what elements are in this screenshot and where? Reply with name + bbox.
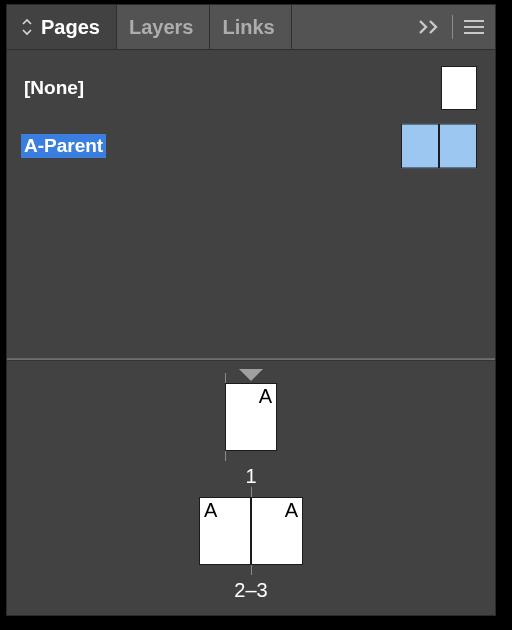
tab-layers-label: Layers [129, 16, 194, 39]
page-thumbnail [441, 66, 477, 110]
tab-pages[interactable]: Pages [7, 5, 117, 49]
master-a-parent-thumbs[interactable] [401, 124, 477, 169]
page-3-thumbnail[interactable]: A [251, 497, 303, 565]
page-1[interactable]: A 1 [225, 383, 277, 488]
tab-links-label: Links [222, 16, 274, 39]
spread-2-3-number: 2–3 [234, 579, 267, 602]
master-prefix: A [259, 386, 272, 406]
tab-layers[interactable]: Layers [117, 5, 211, 49]
master-none-thumb[interactable] [441, 66, 477, 110]
overflow-icon[interactable] [418, 18, 442, 36]
master-prefix: A [204, 500, 217, 520]
tab-pages-label: Pages [41, 16, 100, 39]
spread-2-3-thumb-wrap: A A [199, 497, 303, 565]
pages-panel: Pages Layers Links [6, 4, 496, 616]
active-spread-marker-icon [239, 369, 263, 381]
master-pages-section[interactable]: [None] A-Parent [7, 49, 495, 359]
master-a-parent-label: A-Parent [21, 134, 106, 158]
tabbar-right-controls [418, 5, 495, 49]
page-1-thumbnail[interactable]: A [225, 383, 277, 451]
tab-links[interactable]: Links [210, 5, 291, 49]
panel-menu-icon[interactable] [463, 19, 485, 35]
separator [452, 15, 453, 39]
master-prefix: A [285, 500, 298, 520]
collapse-toggle-icon[interactable] [19, 17, 35, 37]
master-row-a-parent[interactable]: A-Parent [7, 122, 495, 170]
master-row-none[interactable]: [None] [7, 64, 495, 112]
panel-tabbar: Pages Layers Links [7, 5, 495, 49]
page-thumbnail-right [439, 124, 477, 169]
spread-2-3[interactable]: A A 2–3 [199, 497, 303, 602]
page-1-thumb-wrap: A [225, 383, 277, 451]
page-thumbnail-left [401, 124, 439, 169]
master-none-label: [None] [21, 76, 87, 100]
page-1-number: 1 [245, 465, 256, 488]
page-2-thumbnail[interactable]: A [199, 497, 251, 565]
document-pages-section[interactable]: A 1 A A 2–3 [7, 361, 495, 615]
